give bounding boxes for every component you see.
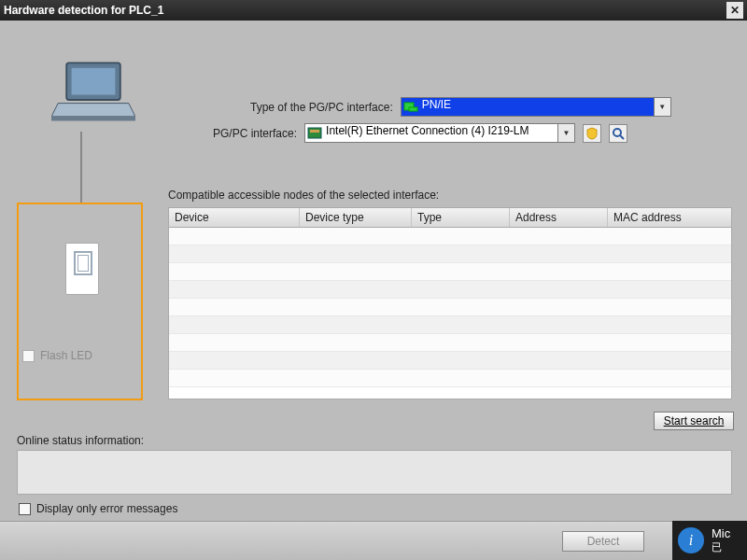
errors-only-checkbox[interactable] xyxy=(19,503,31,515)
flash-led-checkbox[interactable] xyxy=(22,350,35,362)
col-device[interactable]: Device xyxy=(169,208,300,227)
close-button[interactable]: ✕ xyxy=(726,2,743,19)
nodes-section-label: Compatible accessible nodes of the selec… xyxy=(168,189,439,202)
nodes-table: Device Device type Type Address MAC addr… xyxy=(168,207,732,399)
col-address[interactable]: Address xyxy=(510,208,608,227)
flash-led-label: Flash LED xyxy=(40,349,92,362)
col-mac[interactable]: MAC address xyxy=(608,208,731,227)
table-row[interactable] xyxy=(169,316,731,334)
interface-type-value: PN/IE xyxy=(422,98,451,111)
dialog-content: Type of the PG/PC interface: PN/IE ▼ PG/… xyxy=(0,21,747,560)
detect-button[interactable]: Detect xyxy=(562,531,644,552)
notification-toast[interactable]: i Mic 已 xyxy=(672,521,747,560)
search-icon xyxy=(612,127,625,140)
svg-rect-4 xyxy=(409,107,417,111)
toast-text: Mic 已 xyxy=(712,526,730,554)
table-row[interactable] xyxy=(169,263,731,281)
flash-led-row: Flash LED xyxy=(22,349,92,362)
col-type[interactable]: Type xyxy=(412,208,510,227)
interface-type-label: Type of the PG/PC interface: xyxy=(250,101,393,114)
nic-icon xyxy=(307,126,322,140)
table-row[interactable] xyxy=(169,299,731,316)
errors-only-row: Display only error messages xyxy=(19,502,177,515)
configure-interface-button[interactable] xyxy=(583,124,601,143)
col-device-type[interactable]: Device type xyxy=(300,208,412,227)
start-search-button[interactable]: Start search xyxy=(654,412,734,430)
status-list[interactable] xyxy=(17,450,732,495)
status-section-label: Online status information: xyxy=(17,434,144,447)
interface-name-label: PG/PC interface: xyxy=(213,127,297,140)
svg-rect-1 xyxy=(72,68,116,95)
shield-icon xyxy=(585,127,599,140)
interface-type-select[interactable]: PN/IE ▼ xyxy=(401,97,671,117)
titlebar: Hardware detection for PLC_1 ✕ xyxy=(0,0,747,21)
svg-rect-2 xyxy=(51,116,135,120)
device-selection-box xyxy=(17,203,143,400)
svg-rect-5 xyxy=(308,128,321,138)
chevron-down-icon: ▼ xyxy=(557,124,574,142)
window-title: Hardware detection for PLC_1 xyxy=(4,4,726,17)
interface-name-value: Intel(R) Ethernet Connection (4) I219-LM xyxy=(326,124,529,137)
table-row[interactable] xyxy=(169,245,731,263)
interface-name-row: PG/PC interface: Intel(R) Ethernet Conne… xyxy=(213,123,736,143)
svg-rect-6 xyxy=(310,130,319,133)
interface-type-row: Type of the PG/PC interface: PN/IE ▼ xyxy=(250,97,736,117)
chevron-down-icon: ▼ xyxy=(654,98,670,116)
svg-line-8 xyxy=(620,135,624,139)
table-row[interactable] xyxy=(169,281,731,299)
table-header: Device Device type Type Address MAC addr… xyxy=(169,208,731,228)
show-interfaces-button[interactable] xyxy=(609,124,627,143)
pn-ie-icon xyxy=(403,100,418,114)
svg-point-7 xyxy=(613,129,621,136)
errors-only-label: Display only error messages xyxy=(36,502,177,515)
info-icon: i xyxy=(678,527,704,553)
table-row[interactable] xyxy=(169,370,731,387)
interface-name-select[interactable]: Intel(R) Ethernet Connection (4) I219-LM… xyxy=(304,123,575,143)
plc-device-icon xyxy=(65,243,99,295)
table-row[interactable] xyxy=(169,352,731,370)
dialog-footer: Detect i Mic 已 xyxy=(0,521,747,560)
table-body xyxy=(169,228,731,399)
laptop-icon xyxy=(51,58,135,125)
table-row[interactable] xyxy=(169,334,731,352)
table-row[interactable] xyxy=(169,228,731,245)
